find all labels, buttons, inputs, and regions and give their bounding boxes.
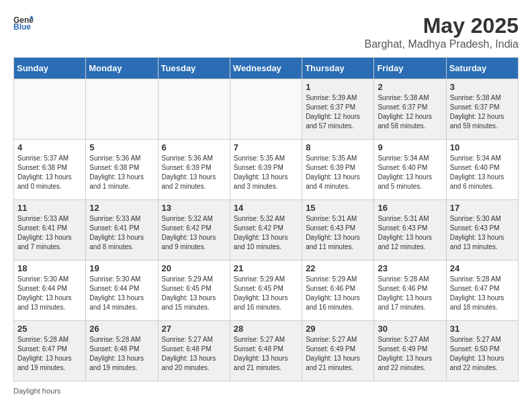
calendar-cell: 7Sunrise: 5:35 AM Sunset: 6:39 PM Daylig… [230, 140, 302, 200]
day-number: 9 [378, 142, 442, 152]
day-number: 26 [89, 324, 154, 334]
day-number: 11 [17, 203, 82, 213]
day-number: 16 [378, 203, 442, 213]
day-info: Sunrise: 5:28 AM Sunset: 6:47 PM Dayligh… [17, 335, 82, 373]
day-info: Sunrise: 5:32 AM Sunset: 6:42 PM Dayligh… [234, 214, 298, 252]
calendar-cell: 4Sunrise: 5:37 AM Sunset: 6:38 PM Daylig… [14, 140, 86, 200]
day-info: Sunrise: 5:27 AM Sunset: 6:48 PM Dayligh… [162, 335, 226, 373]
day-info: Sunrise: 5:30 AM Sunset: 6:44 PM Dayligh… [17, 275, 82, 312]
day-info: Sunrise: 5:34 AM Sunset: 6:40 PM Dayligh… [378, 154, 442, 191]
day-info: Sunrise: 5:38 AM Sunset: 6:37 PM Dayligh… [378, 93, 442, 131]
day-number: 20 [162, 263, 226, 273]
logo: General Blue [13, 13, 34, 34]
day-info: Sunrise: 5:30 AM Sunset: 6:43 PM Dayligh… [450, 214, 515, 252]
day-info: Sunrise: 5:30 AM Sunset: 6:44 PM Dayligh… [89, 275, 154, 312]
day-number: 29 [306, 324, 370, 334]
calendar-week-row: 25Sunrise: 5:28 AM Sunset: 6:47 PM Dayli… [14, 321, 519, 381]
calendar-cell: 25Sunrise: 5:28 AM Sunset: 6:47 PM Dayli… [14, 321, 86, 381]
calendar-cell: 8Sunrise: 5:35 AM Sunset: 6:39 PM Daylig… [302, 140, 374, 200]
calendar-cell: 30Sunrise: 5:27 AM Sunset: 6:49 PM Dayli… [374, 321, 446, 381]
calendar-cell: 19Sunrise: 5:30 AM Sunset: 6:44 PM Dayli… [86, 261, 158, 321]
day-info: Sunrise: 5:37 AM Sunset: 6:38 PM Dayligh… [17, 154, 82, 191]
calendar-cell: 28Sunrise: 5:27 AM Sunset: 6:48 PM Dayli… [230, 321, 302, 381]
day-number: 10 [450, 142, 515, 152]
calendar-cell: 20Sunrise: 5:29 AM Sunset: 6:45 PM Dayli… [158, 261, 230, 321]
calendar-cell: 24Sunrise: 5:28 AM Sunset: 6:47 PM Dayli… [446, 261, 518, 321]
calendar-table: SundayMondayTuesdayWednesdayThursdayFrid… [13, 57, 519, 381]
day-info: Sunrise: 5:35 AM Sunset: 6:39 PM Dayligh… [306, 154, 370, 191]
calendar-cell [230, 79, 302, 140]
calendar-cell: 21Sunrise: 5:29 AM Sunset: 6:45 PM Dayli… [230, 261, 302, 321]
calendar-cell: 1Sunrise: 5:39 AM Sunset: 6:37 PM Daylig… [302, 79, 374, 140]
calendar-cell: 27Sunrise: 5:27 AM Sunset: 6:48 PM Dayli… [158, 321, 230, 381]
month-title: May 2025 [365, 13, 519, 38]
calendar-week-row: 18Sunrise: 5:30 AM Sunset: 6:44 PM Dayli… [14, 261, 519, 321]
daylight-label: Daylight hours [13, 387, 60, 395]
calendar-cell: 16Sunrise: 5:31 AM Sunset: 6:43 PM Dayli… [374, 200, 446, 261]
day-number: 28 [234, 324, 298, 334]
day-info: Sunrise: 5:27 AM Sunset: 6:50 PM Dayligh… [450, 335, 515, 373]
day-info: Sunrise: 5:27 AM Sunset: 6:49 PM Dayligh… [306, 335, 370, 373]
day-info: Sunrise: 5:29 AM Sunset: 6:46 PM Dayligh… [306, 275, 370, 312]
day-number: 1 [306, 82, 370, 92]
calendar-cell: 13Sunrise: 5:32 AM Sunset: 6:42 PM Dayli… [158, 200, 230, 261]
day-info: Sunrise: 5:36 AM Sunset: 6:39 PM Dayligh… [162, 154, 226, 191]
day-number: 25 [17, 324, 82, 334]
day-number: 19 [89, 263, 154, 273]
title-block: May 2025 Barghat, Madhya Pradesh, India [365, 13, 519, 50]
calendar-cell [158, 79, 230, 140]
calendar-week-row: 4Sunrise: 5:37 AM Sunset: 6:38 PM Daylig… [14, 140, 519, 200]
calendar-cell: 2Sunrise: 5:38 AM Sunset: 6:37 PM Daylig… [374, 79, 446, 140]
day-number: 18 [17, 263, 82, 273]
day-number: 5 [89, 142, 154, 152]
day-info: Sunrise: 5:38 AM Sunset: 6:37 PM Dayligh… [450, 93, 515, 131]
calendar-cell: 18Sunrise: 5:30 AM Sunset: 6:44 PM Dayli… [14, 261, 86, 321]
calendar-cell: 17Sunrise: 5:30 AM Sunset: 6:43 PM Dayli… [446, 200, 518, 261]
day-info: Sunrise: 5:31 AM Sunset: 6:43 PM Dayligh… [378, 214, 442, 252]
column-header-friday: Friday [374, 58, 446, 79]
day-info: Sunrise: 5:35 AM Sunset: 6:39 PM Dayligh… [234, 154, 298, 191]
day-info: Sunrise: 5:28 AM Sunset: 6:47 PM Dayligh… [450, 275, 515, 312]
day-number: 12 [89, 203, 154, 213]
footer: Daylight hours [13, 387, 519, 395]
day-number: 22 [306, 263, 370, 273]
day-info: Sunrise: 5:28 AM Sunset: 6:48 PM Dayligh… [89, 335, 154, 373]
day-info: Sunrise: 5:29 AM Sunset: 6:45 PM Dayligh… [234, 275, 298, 312]
calendar-cell [86, 79, 158, 140]
calendar-cell: 6Sunrise: 5:36 AM Sunset: 6:39 PM Daylig… [158, 140, 230, 200]
calendar-cell: 5Sunrise: 5:36 AM Sunset: 6:38 PM Daylig… [86, 140, 158, 200]
day-number: 24 [450, 263, 515, 273]
day-number: 23 [378, 263, 442, 273]
day-info: Sunrise: 5:27 AM Sunset: 6:48 PM Dayligh… [234, 335, 298, 373]
day-number: 17 [450, 203, 515, 213]
column-header-wednesday: Wednesday [230, 58, 302, 79]
calendar-cell: 26Sunrise: 5:28 AM Sunset: 6:48 PM Dayli… [86, 321, 158, 381]
day-number: 13 [162, 203, 226, 213]
calendar-cell: 11Sunrise: 5:33 AM Sunset: 6:41 PM Dayli… [14, 200, 86, 261]
calendar-header-row: SundayMondayTuesdayWednesdayThursdayFrid… [14, 58, 519, 79]
day-number: 6 [162, 142, 226, 152]
column-header-monday: Monday [86, 58, 158, 79]
column-header-tuesday: Tuesday [158, 58, 230, 79]
day-number: 27 [162, 324, 226, 334]
column-header-sunday: Sunday [14, 58, 86, 79]
calendar-cell: 3Sunrise: 5:38 AM Sunset: 6:37 PM Daylig… [446, 79, 518, 140]
day-info: Sunrise: 5:31 AM Sunset: 6:43 PM Dayligh… [306, 214, 370, 252]
day-number: 21 [234, 263, 298, 273]
day-number: 7 [234, 142, 298, 152]
day-info: Sunrise: 5:39 AM Sunset: 6:37 PM Dayligh… [306, 93, 370, 131]
day-number: 4 [17, 142, 82, 152]
day-number: 3 [450, 82, 515, 92]
location-title: Barghat, Madhya Pradesh, India [365, 38, 519, 50]
calendar-cell [14, 79, 86, 140]
calendar-cell: 9Sunrise: 5:34 AM Sunset: 6:40 PM Daylig… [374, 140, 446, 200]
day-info: Sunrise: 5:33 AM Sunset: 6:41 PM Dayligh… [17, 214, 82, 252]
logo-icon: General Blue [13, 13, 34, 34]
page-header: General Blue May 2025 Barghat, Madhya Pr… [13, 13, 519, 50]
calendar-cell: 23Sunrise: 5:28 AM Sunset: 6:46 PM Dayli… [374, 261, 446, 321]
day-info: Sunrise: 5:28 AM Sunset: 6:46 PM Dayligh… [378, 275, 442, 312]
calendar-cell: 14Sunrise: 5:32 AM Sunset: 6:42 PM Dayli… [230, 200, 302, 261]
column-header-saturday: Saturday [446, 58, 518, 79]
day-info: Sunrise: 5:29 AM Sunset: 6:45 PM Dayligh… [162, 275, 226, 312]
calendar-cell: 29Sunrise: 5:27 AM Sunset: 6:49 PM Dayli… [302, 321, 374, 381]
